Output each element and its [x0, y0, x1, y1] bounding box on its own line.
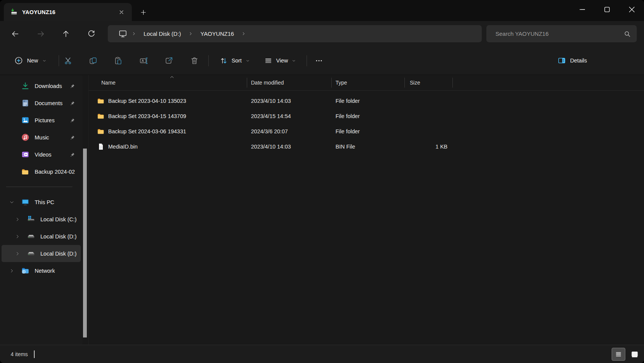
pictures-icon — [21, 116, 30, 125]
refresh-button[interactable] — [84, 26, 99, 42]
breadcrumb-chevron-icon[interactable] — [240, 32, 247, 36]
sidebar-item-local-disk-c[interactable]: Local Disk (C:) — [2, 211, 81, 228]
paste-button[interactable] — [110, 52, 126, 69]
search-box[interactable] — [486, 25, 637, 42]
column-header-type[interactable]: Type — [332, 75, 405, 90]
downloads-icon — [21, 82, 30, 91]
videos-icon — [21, 150, 30, 159]
minimize-icon[interactable] — [570, 0, 594, 19]
chevron-right-icon[interactable] — [8, 269, 21, 273]
file-type-cell: File folder — [332, 128, 405, 134]
sidebar-item-local-disk-d[interactable]: Local Disk (D:) — [2, 228, 81, 245]
file-name-cell: MediaID.bin — [89, 143, 247, 151]
statusbar-divider — [34, 350, 35, 358]
chevron-right-icon[interactable] — [13, 234, 26, 239]
breadcrumb-segment[interactable]: YAOYUNZ16 — [196, 28, 238, 39]
close-icon[interactable] — [619, 0, 644, 19]
navigation-pane: DownloadsDocumentsPicturesMusicVideosBac… — [0, 75, 82, 345]
sidebar-item-network[interactable]: Network — [2, 262, 81, 279]
cut-button[interactable] — [59, 52, 76, 69]
details-view-icon[interactable] — [612, 348, 625, 361]
table-row[interactable]: MediaID.bin2023/4/10 14:03BIN File1 KB — [89, 139, 644, 154]
chevron-down-icon[interactable] — [8, 200, 21, 205]
folder-icon — [21, 167, 30, 176]
share-button[interactable] — [160, 52, 177, 69]
breadcrumb-segment[interactable]: Local Disk (D:) — [139, 28, 185, 39]
file-name: Backup Set 2023-04-10 135023 — [108, 98, 186, 104]
column-header-date-modified[interactable]: Date modified — [247, 75, 332, 90]
new-tab-button[interactable] — [137, 6, 149, 18]
window-controls — [570, 0, 644, 19]
breadcrumb-chevron-icon[interactable] — [130, 32, 137, 36]
back-button[interactable] — [8, 26, 23, 42]
file-date-cell: 2023/4/15 14:54 — [247, 113, 332, 119]
this-pc-monitor-icon[interactable] — [117, 29, 129, 38]
forward-button[interactable] — [33, 26, 48, 42]
sidebar-scrollbar[interactable] — [83, 149, 87, 337]
music-icon — [21, 133, 30, 142]
sort-button[interactable]: Sort — [215, 53, 254, 68]
toolbar-divider — [208, 55, 209, 66]
address-bar[interactable]: Local Disk (D:)YAOYUNZ16 — [108, 25, 482, 42]
copy-button[interactable] — [85, 52, 101, 69]
table-row[interactable]: Backup Set 2023-04-10 1350232023/4/10 14… — [89, 93, 644, 109]
sidebar-item-label: This PC — [35, 199, 54, 205]
explorer-body: DownloadsDocumentsPicturesMusicVideosBac… — [0, 75, 644, 345]
sort-button-label: Sort — [232, 58, 242, 64]
breadcrumb-chevron-icon[interactable] — [187, 32, 194, 36]
sidebar-item-label: Backup 2024-02 — [35, 169, 75, 175]
folder-icon — [97, 128, 105, 136]
column-header-name[interactable]: Name — [89, 75, 247, 90]
tab-close-icon[interactable] — [116, 6, 127, 18]
folder-icon — [97, 112, 105, 120]
pin-icon — [70, 152, 75, 157]
file-date-cell: 2023/4/10 14:03 — [247, 144, 332, 150]
file-list-pane: Name Date modified Type Size Backup Set … — [88, 75, 644, 345]
chevron-down-icon — [246, 59, 250, 63]
delete-button[interactable] — [186, 52, 203, 69]
sort-arrows-icon — [220, 57, 228, 65]
new-button[interactable]: New — [10, 53, 51, 68]
search-icon[interactable] — [624, 30, 631, 37]
rename-button[interactable] — [135, 52, 152, 69]
sidebar-item-documents[interactable]: Documents — [2, 94, 81, 112]
explorer-tab[interactable]: YAOYUNZ16 — [4, 3, 132, 21]
folder-icon — [97, 97, 105, 105]
plus-circle-icon — [14, 56, 23, 65]
chevron-right-icon[interactable] — [13, 251, 26, 256]
sidebar-item-label: Documents — [35, 100, 62, 106]
sidebar-item-downloads[interactable]: Downloads — [2, 77, 81, 94]
sidebar-item-label: Downloads — [35, 83, 62, 89]
details-panel-icon — [558, 56, 566, 65]
sidebar-item-local-disk-d[interactable]: Local Disk (D:) — [2, 245, 81, 262]
sidebar-item-pictures[interactable]: Pictures — [2, 112, 81, 129]
disk-icon — [26, 249, 35, 258]
file-name-cell: Backup Set 2023-04-15 143709 — [89, 112, 247, 120]
view-button[interactable]: View — [260, 53, 300, 68]
pin-icon — [70, 101, 75, 106]
details-button[interactable]: Details — [553, 53, 591, 68]
sidebar-item-music[interactable]: Music — [2, 129, 81, 146]
column-header-row: Name Date modified Type Size — [89, 75, 644, 91]
column-header-size[interactable]: Size — [405, 75, 453, 90]
sidebar-item-this-pc[interactable]: This PC — [2, 193, 81, 211]
file-name-cell: Backup Set 2024-03-06 194331 — [89, 128, 247, 136]
table-row[interactable]: Backup Set 2023-04-15 1437092023/4/15 14… — [89, 109, 644, 124]
file-name: MediaID.bin — [108, 144, 137, 150]
file-type-cell: BIN File — [332, 144, 405, 150]
file-date-cell: 2023/4/10 14:03 — [247, 98, 332, 104]
up-button[interactable] — [58, 26, 74, 42]
sidebar-item-videos[interactable]: Videos — [2, 146, 81, 163]
thumbnail-view-icon[interactable] — [628, 348, 641, 361]
pin-icon — [70, 83, 75, 89]
sidebar-item-backup-2024-02[interactable]: Backup 2024-02 — [2, 163, 81, 180]
pin-icon — [70, 118, 75, 123]
sidebar-item-label: Local Disk (D:) — [40, 251, 77, 257]
toolbar-divider — [307, 55, 307, 66]
chevron-right-icon[interactable] — [13, 217, 26, 222]
search-input[interactable] — [495, 30, 624, 37]
maximize-icon[interactable] — [594, 0, 619, 19]
sidebar-item-label: Network — [35, 268, 55, 274]
more-options-button[interactable] — [310, 52, 327, 69]
table-row[interactable]: Backup Set 2024-03-06 1943312024/3/6 20:… — [89, 124, 644, 139]
